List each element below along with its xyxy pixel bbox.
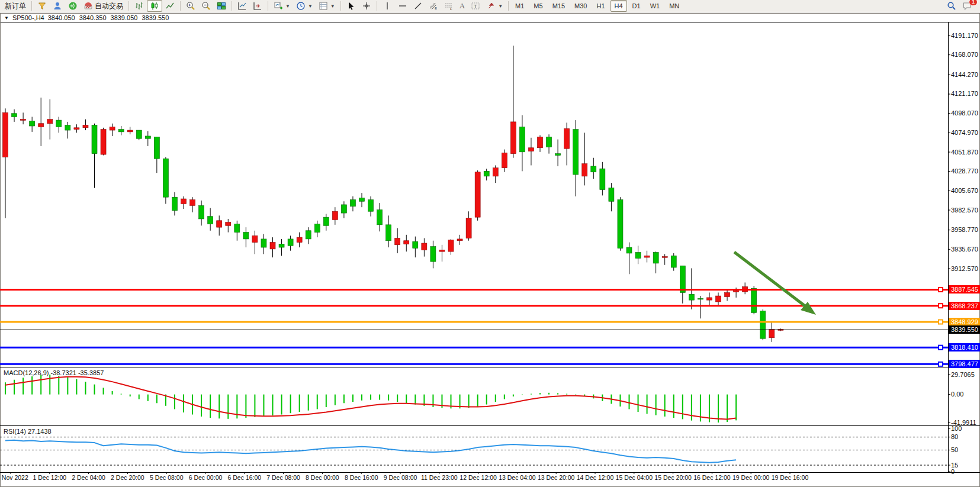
accounts-icon [53, 1, 62, 11]
crosshair-icon [362, 1, 371, 11]
fibonacci-icon: F [444, 1, 454, 11]
candle-body [47, 120, 53, 124]
new-order-label: 新订单 [5, 1, 26, 11]
candlestick-mode-button[interactable] [147, 0, 162, 12]
chart-menu-triangle-icon[interactable]: ▼ [4, 15, 9, 21]
zoom-out-button[interactable] [198, 0, 214, 12]
price-tick-label: 4098.070 [951, 109, 978, 117]
search-button[interactable] [944, 0, 959, 12]
candle-body [288, 239, 293, 246]
arrange-charts-button[interactable] [234, 0, 250, 12]
chat-button[interactable]: 1 [959, 0, 975, 12]
periods-button[interactable]: ▼ [293, 0, 316, 12]
time-axis-label: 6 Dec 16:00 [227, 474, 261, 481]
bar-chart-mode-button[interactable] [131, 0, 147, 12]
candle-body [555, 154, 561, 156]
timeframe-M30[interactable]: M30 [570, 0, 591, 12]
rsi-line [5, 440, 736, 463]
line-handle[interactable] [939, 320, 943, 324]
chevron-down-icon: ▼ [285, 4, 290, 9]
line-handle[interactable] [939, 288, 943, 292]
line-handle[interactable] [939, 362, 943, 366]
timeframe-D1[interactable]: D1 [628, 0, 645, 12]
chart-canvas [0, 0, 980, 487]
autotrading-label: 自动交易 [95, 1, 123, 11]
fibonacci-button[interactable]: F [441, 0, 457, 12]
price-tick-label: 4005.670 [951, 187, 978, 194]
notification-badge: 1 [969, 0, 978, 6]
candle-body [101, 130, 106, 154]
line-handle[interactable] [939, 304, 943, 308]
macd-tick-label: 0.00 [951, 391, 963, 398]
timeframe-M5[interactable]: M5 [529, 0, 547, 12]
chevron-down-icon: ▼ [330, 4, 335, 9]
text-label-button[interactable]: T [468, 0, 483, 12]
candle-body [706, 298, 712, 300]
line-chart-mode-button[interactable] [162, 0, 178, 12]
high-value: 3840.350 [79, 14, 107, 21]
candle-body [680, 266, 685, 292]
arrows-button[interactable]: ▼ [483, 0, 506, 12]
metaeditor-button[interactable] [34, 0, 50, 12]
arrows-icon [486, 1, 496, 11]
candle-body [448, 240, 454, 251]
candle-body [279, 244, 284, 247]
time-axis-label: 11 Dec 23:00 [421, 474, 458, 481]
zoom-in-icon [186, 1, 195, 11]
timeframe-M15[interactable]: M15 [548, 0, 569, 12]
vertical-line-button[interactable] [380, 0, 395, 12]
hline-price-label: 3848.929 [949, 318, 980, 326]
cursor-button[interactable] [343, 0, 359, 12]
candle-body [172, 197, 177, 211]
time-axis-label: 8 Dec 00:00 [306, 474, 339, 481]
candle-body [297, 237, 302, 242]
zoom-in-button[interactable] [183, 0, 198, 12]
time-axis-label: 16 Dec 12:00 [693, 474, 730, 481]
candle-body [350, 199, 355, 206]
separator [508, 1, 509, 11]
candle-body [484, 171, 489, 176]
time-axis-label: 12 Dec 12:00 [460, 474, 496, 481]
candle-body [217, 221, 222, 227]
templates-button[interactable]: ▼ [316, 0, 338, 12]
timeframe-H4[interactable]: H4 [611, 0, 627, 12]
crosshair-button[interactable] [359, 0, 374, 12]
text-button[interactable]: A [457, 0, 468, 12]
rsi-tick-label: 50 [951, 446, 958, 453]
trendline-button[interactable] [410, 0, 426, 12]
candle-body [564, 128, 570, 149]
timeframe-M1[interactable]: M1 [511, 0, 528, 12]
chart-title-bar[interactable]: ▼ SP500-,H4 3840.050 3840.350 3839.050 3… [1, 14, 979, 22]
svg-text:E: E [435, 7, 437, 10]
signals-button[interactable] [65, 0, 81, 12]
candle-body [83, 125, 88, 128]
shift-end-icon [253, 1, 262, 11]
horizontal-line-icon [398, 1, 407, 11]
add-indicator-icon [274, 1, 283, 11]
tile-windows-button[interactable] [214, 0, 229, 12]
timeframe-H1[interactable]: H1 [592, 0, 609, 12]
add-indicator-button[interactable]: ▼ [271, 0, 293, 12]
timeframe-W1[interactable]: W1 [646, 0, 664, 12]
accounts-button[interactable] [50, 0, 65, 12]
candle-body [181, 199, 187, 204]
chevron-down-icon: ▼ [498, 4, 503, 9]
autotrading-button[interactable]: 自动交易 [81, 0, 126, 12]
candle-body [386, 225, 391, 241]
candle-body [56, 120, 62, 127]
line-handle[interactable] [939, 346, 943, 350]
timeframe-MN[interactable]: MN [665, 0, 683, 12]
horizontal-line-button[interactable] [395, 0, 410, 12]
candle-body [751, 288, 757, 312]
candle-body [252, 236, 258, 242]
candle-body [154, 137, 159, 159]
shift-end-button[interactable] [250, 0, 265, 12]
search-icon [947, 1, 956, 11]
time-axis-label: 5 Dec 08:00 [150, 474, 184, 481]
equidistant-channel-button[interactable]: E [426, 0, 441, 12]
new-order-button[interactable]: 新订单 [2, 0, 29, 12]
signals-icon [68, 1, 78, 11]
candle-body [21, 120, 26, 121]
candle-body [74, 128, 79, 130]
trend-arrow[interactable] [734, 252, 809, 309]
